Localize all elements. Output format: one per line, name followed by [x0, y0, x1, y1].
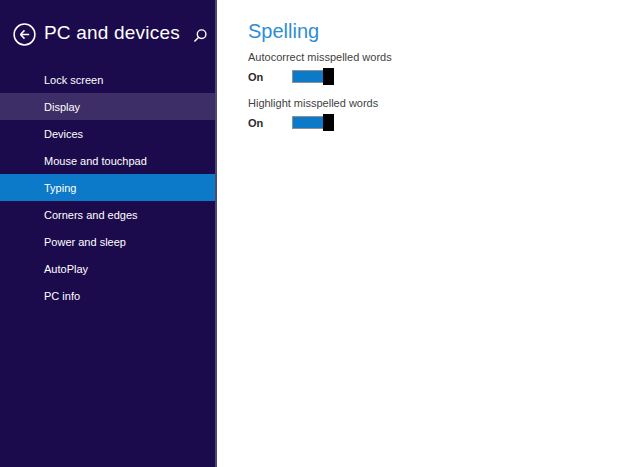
- page-title: PC and devices: [44, 22, 180, 44]
- sidebar-item-autoplay[interactable]: AutoPlay: [0, 255, 215, 282]
- setting-group: Highlight misspelled wordsOn: [248, 97, 624, 131]
- toggle-thumb[interactable]: [323, 68, 334, 85]
- sidebar-item-label: Corners and edges: [44, 209, 138, 221]
- toggle-state-label: On: [248, 117, 292, 129]
- sidebar-header: PC and devices: [0, 0, 215, 66]
- setting-label: Highlight misspelled words: [248, 97, 624, 110]
- sidebar-item-label: Devices: [44, 128, 83, 140]
- toggle-state-label: On: [248, 71, 292, 83]
- sidebar-item-corners-and-edges[interactable]: Corners and edges: [0, 201, 215, 228]
- search-icon: [192, 28, 208, 44]
- toggle-switch[interactable]: [292, 116, 334, 129]
- setting-row: On: [248, 114, 624, 131]
- toggle-thumb[interactable]: [323, 114, 334, 131]
- setting-label: Autocorrect misspelled words: [248, 51, 624, 64]
- settings-list: Autocorrect misspelled wordsOnHighlight …: [248, 51, 624, 131]
- sidebar-item-label: Typing: [44, 182, 76, 194]
- sidebar-item-power-and-sleep[interactable]: Power and sleep: [0, 228, 215, 255]
- sidebar-item-label: AutoPlay: [44, 263, 88, 275]
- sidebar-item-mouse-and-touchpad[interactable]: Mouse and touchpad: [0, 147, 215, 174]
- section-title: Spelling: [248, 20, 624, 43]
- sidebar-item-devices[interactable]: Devices: [0, 120, 215, 147]
- sidebar-item-pc-info[interactable]: PC info: [0, 282, 215, 309]
- toggle-switch[interactable]: [292, 70, 334, 83]
- sidebar-item-display[interactable]: Display: [0, 93, 215, 120]
- setting-row: On: [248, 68, 624, 85]
- sidebar-item-label: Power and sleep: [44, 236, 126, 248]
- sidebar-item-label: Display: [44, 101, 80, 113]
- sidebar-nav: Lock screenDisplayDevicesMouse and touch…: [0, 66, 215, 309]
- sidebar-item-typing[interactable]: Typing: [0, 174, 215, 201]
- sidebar-item-label: Mouse and touchpad: [44, 155, 147, 167]
- back-icon: [13, 23, 36, 46]
- sidebar-item-label: Lock screen: [44, 74, 103, 86]
- main-content: Spelling Autocorrect misspelled wordsOnH…: [217, 0, 624, 467]
- sidebar: PC and devices Lock screenDisplayDevices…: [0, 0, 217, 467]
- sidebar-item-label: PC info: [44, 290, 80, 302]
- setting-group: Autocorrect misspelled wordsOn: [248, 51, 624, 85]
- back-button[interactable]: [13, 23, 36, 46]
- sidebar-item-lock-screen[interactable]: Lock screen: [0, 66, 215, 93]
- pc-settings-window: PC and devices Lock screenDisplayDevices…: [0, 0, 624, 467]
- search-button[interactable]: [192, 28, 208, 44]
